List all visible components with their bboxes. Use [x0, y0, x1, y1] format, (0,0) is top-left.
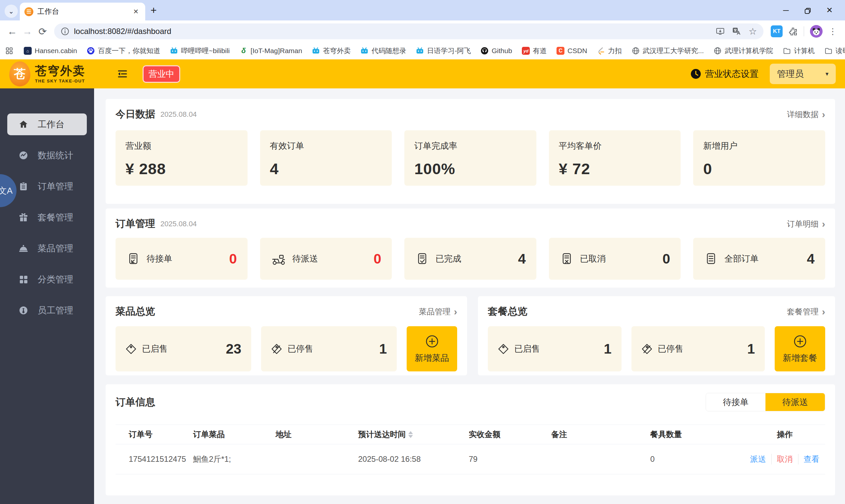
cell-amount: 79: [469, 454, 551, 464]
bookmark-whut-graduate[interactable]: 武汉理工大学研究...: [632, 46, 704, 55]
order-detail-link[interactable]: 订单明细 ›: [787, 219, 825, 229]
sidebar-item-workbench[interactable]: 工作台: [7, 113, 87, 135]
tab-close-icon[interactable]: ✕: [131, 7, 141, 16]
install-app-icon[interactable]: [716, 27, 725, 36]
new-tab-button[interactable]: +: [151, 4, 157, 17]
tag-slash-icon: [271, 343, 282, 355]
section-title: 菜品总览: [116, 305, 155, 318]
panda-avatar-icon: [810, 25, 823, 38]
apps-grid-icon[interactable]: [5, 47, 13, 55]
chevron-right-icon: ›: [454, 307, 457, 317]
add-combo-button[interactable]: 新增套餐: [775, 326, 825, 372]
folder-icon: [825, 47, 832, 55]
site-info-icon[interactable]: [61, 27, 69, 36]
tab-pending-delivery[interactable]: 待派送: [765, 393, 825, 411]
cancel-action-link[interactable]: 取消: [771, 454, 798, 464]
tab-pending-accept[interactable]: 待接单: [706, 393, 765, 411]
bookmark-iot-mag-raman[interactable]: δ [IoT-Mag]Raman: [240, 47, 302, 55]
reload-button[interactable]: ⟳: [35, 26, 50, 37]
add-dish-button[interactable]: 新增菜品: [407, 326, 457, 372]
orders-table-header: 订单号 订单菜品 地址 预计送达时间 实收金额 备注 餐具数量 操作: [116, 425, 825, 444]
plus-circle-icon: [793, 334, 808, 349]
profile-avatar[interactable]: [810, 25, 823, 38]
eta-column-header[interactable]: 预计送达时间: [358, 429, 469, 440]
chevron-right-icon: ›: [822, 307, 825, 317]
back-button[interactable]: ←: [5, 26, 20, 37]
window-restore-button[interactable]: [797, 6, 818, 15]
browser-menu-kebab-icon[interactable]: ⋮: [828, 26, 837, 37]
brand-logo: 苍: [9, 61, 30, 86]
order-card-pending-delivery: 待派送 0: [260, 238, 392, 280]
bilibili-tv-icon: [416, 47, 424, 55]
sidebar-item-statistics[interactable]: 数据统计: [0, 144, 94, 166]
doc-lines-icon: [704, 252, 718, 266]
grid-icon: [18, 274, 29, 284]
extensions-puzzle-icon[interactable]: [789, 27, 798, 36]
forward-button[interactable]: →: [20, 26, 35, 37]
chevron-down-icon: ▾: [826, 70, 828, 77]
order-card-all: 全部订单 4: [693, 238, 825, 280]
doc-check-icon: [415, 252, 429, 266]
bookmark-baidu[interactable]: 百度一下，你就知道: [87, 46, 160, 55]
window-controls: ─ ✕: [775, 0, 845, 20]
section-date: 2025.08.04: [160, 220, 197, 228]
order-card-cancelled: 已取消 0: [549, 238, 681, 280]
dish-off-sale-card: 已停售 1: [261, 326, 397, 372]
bookmark-csdn[interactable]: C CSDN: [557, 47, 587, 55]
bookmark-folder-computer[interactable]: 计算机: [783, 46, 815, 55]
brand-slogan: THE SKY TAKE-OUT: [35, 79, 85, 83]
stat-card-completion-rate: 订单完成率 100%: [404, 130, 536, 186]
tab-title: 工作台: [37, 6, 131, 17]
bookmark-wuli-cs-school[interactable]: 武理计算机学院: [714, 46, 773, 55]
deliver-action-link[interactable]: 派送: [745, 454, 771, 464]
bilibili-tv-icon: [360, 47, 368, 55]
globe-icon: [714, 47, 722, 55]
bookmark-bilibili[interactable]: 哔哩哔哩~bilibili: [170, 46, 230, 55]
table-row: 1754121512475 鮰鱼2斤*1; 2025-08-02 16:58 7…: [116, 444, 825, 474]
business-status-badge: 营业中: [143, 65, 180, 83]
sidebar-item-categories[interactable]: 分类管理: [0, 269, 94, 290]
bookmark-star-icon[interactable]: ☆: [749, 26, 757, 37]
youdao-icon: yd: [522, 47, 530, 55]
window-minimize-button[interactable]: ─: [775, 6, 797, 15]
bookmark-sky-takeout[interactable]: 苍穹外卖: [312, 46, 351, 55]
bookmark-youdao[interactable]: yd 有道: [522, 46, 547, 55]
header-right: 营业状态设置 管理员 ▾: [690, 64, 836, 84]
tab-search-chevron-icon[interactable]: ⌄: [5, 5, 18, 18]
browser-tab[interactable]: 工作台 ✕: [20, 3, 145, 20]
gift-icon: [18, 212, 29, 222]
user-menu[interactable]: 管理员 ▾: [770, 64, 836, 84]
address-bar[interactable]: localhost:8082/#/dashboard ☆: [54, 23, 763, 39]
globe-icon: [632, 47, 640, 55]
cloche-icon: [18, 244, 29, 253]
stat-card-revenue: 营业额 ¥ 288: [116, 130, 248, 186]
business-status-setting[interactable]: 营业状态设置: [690, 68, 758, 80]
bookmark-leetcode[interactable]: 力扣: [597, 46, 622, 55]
extension-kt-icon[interactable]: KT: [771, 25, 782, 37]
view-action-link[interactable]: 查看: [798, 454, 825, 464]
cell-actions: 派送 取消 查看: [744, 454, 825, 464]
sidebar-item-combos[interactable]: 套餐管理: [0, 206, 94, 228]
employee-tie-icon: [18, 305, 29, 315]
dish-overview-section: 菜品总览 菜品管理 › 已启售 23: [106, 296, 467, 375]
bookmark-hansen-cabin[interactable]: ⌂ Hansen.cabin: [24, 47, 77, 55]
bookmark-folder-graduate-study[interactable]: 读研: [825, 46, 845, 55]
clock-icon: [690, 69, 701, 79]
scooter-icon: [271, 252, 286, 266]
bookmark-daima-suixianglu[interactable]: 代码随想录: [360, 46, 406, 55]
sidebar-collapse-icon[interactable]: [117, 69, 128, 79]
window-close-button[interactable]: ✕: [818, 6, 840, 15]
sidebar-item-dishes[interactable]: 菜品管理: [0, 237, 94, 259]
tag-icon: [498, 343, 509, 355]
stat-card-valid-orders: 有效订单 4: [260, 130, 392, 186]
today-detail-link[interactable]: 详细数据 ›: [787, 109, 825, 120]
cell-dishes: 鮰鱼2斤*1;: [193, 454, 276, 464]
combo-management-link[interactable]: 套餐管理 ›: [787, 306, 825, 317]
bookmark-github[interactable]: Github: [480, 47, 512, 55]
bookmark-riyu-afei[interactable]: 日语学习-阿飞: [416, 46, 471, 55]
tag-icon: [125, 343, 137, 355]
sidebar-item-employees[interactable]: 员工管理: [0, 300, 94, 321]
translate-icon[interactable]: [732, 27, 741, 36]
dish-management-link[interactable]: 菜品管理 ›: [419, 306, 457, 317]
sort-carets-icon[interactable]: [408, 431, 413, 438]
